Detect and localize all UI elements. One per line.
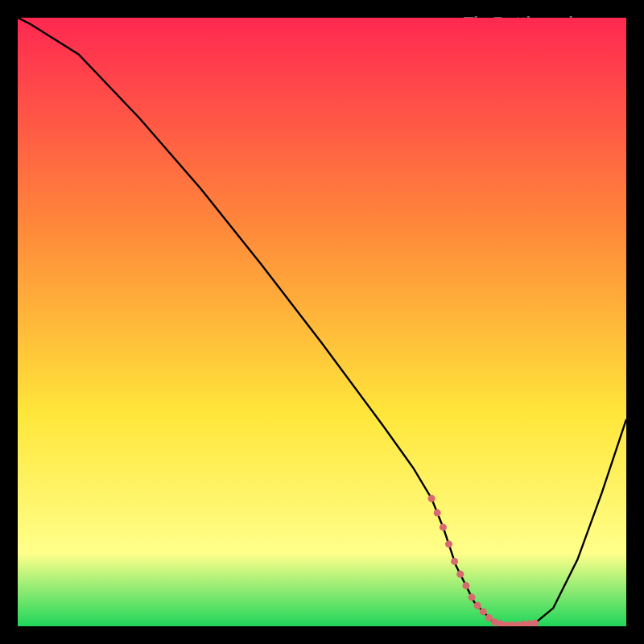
chart-frame: TheBottleneck.com	[13, 13, 631, 631]
valley-dot	[480, 608, 487, 615]
valley-dot	[445, 540, 452, 547]
valley-dot	[469, 593, 476, 601]
valley-dot	[462, 582, 469, 589]
valley-dot	[456, 571, 464, 578]
valley-dot	[451, 558, 458, 565]
valley-dot	[434, 510, 441, 517]
valley-dot	[428, 495, 436, 502]
plot-area	[18, 18, 626, 626]
chart-svg	[18, 18, 626, 626]
gradient-background	[18, 18, 626, 626]
valley-dot	[474, 602, 481, 609]
valley-dot	[440, 523, 447, 530]
